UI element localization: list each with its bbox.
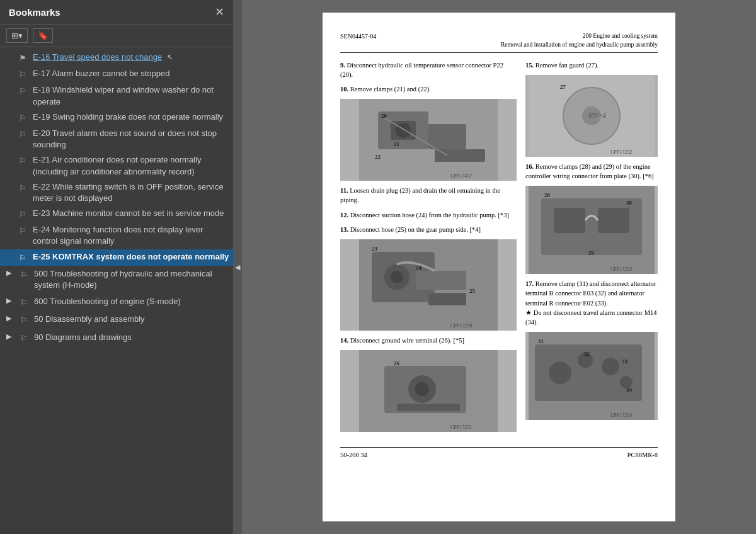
bookmark-text-500: 500 Troubleshooting of hydraulic and mec… — [34, 268, 229, 291]
doc-header-title-line2: Removal and installation of engine and h… — [501, 40, 658, 49]
collapse-panel-handle[interactable]: ◀ — [233, 0, 242, 534]
bookmark-text-e21: E-21 Air conditioner does not operate no… — [33, 154, 229, 177]
doc-header-title-line1: 200 Engine and cooling system — [501, 31, 658, 40]
bookmark-item-e24[interactable]: ⚐ E-24 Monitoring function does not disp… — [0, 222, 233, 249]
bookmark-item-e20[interactable]: ⚐ E-20 Travel alarm does not sound or do… — [0, 126, 233, 152]
expand-arrow-50[interactable]: ▶ — [6, 314, 16, 323]
bookmarks-list: ⚑ E-16 Travel speed does not change ↖ ⚐ … — [0, 47, 233, 534]
bookmarks-panel: Bookmarks ✕ ⊞▾ 🔖 ⚑ E-16 Travel speed doe… — [0, 0, 233, 534]
bookmark-group-600[interactable]: ▶ ⚐ 600 Troubleshooting of engine (S-mod… — [0, 293, 233, 311]
toolbar-list-button[interactable]: ⊞▾ — [6, 28, 28, 43]
close-button[interactable]: ✕ — [215, 6, 224, 18]
bookmark-item-e21[interactable]: ⚐ E-21 Air conditioner does not operate … — [0, 152, 233, 179]
doc-step-12: 12. Disconnect suction hose (24) from th… — [340, 210, 517, 220]
doc-image-4: 27 RN~4 CPP17232 — [525, 75, 658, 157]
bookmark-text-90: 90 Diagrams and drawings — [34, 332, 229, 343]
svg-rect-37 — [598, 208, 629, 233]
svg-rect-36 — [554, 208, 585, 233]
list-icon: ⊞▾ — [11, 31, 23, 40]
svg-point-44 — [549, 361, 571, 384]
step-text-14: Disconnect ground wire terminal (26). [*… — [350, 337, 464, 344]
bookmark-group-500[interactable]: ▶ ⚐ 500 Troubleshooting of hydraulic and… — [0, 266, 233, 293]
image-svg-2: 23 24 25 CPP17230 — [340, 239, 517, 331]
doc-step-13: 13. Disconnect hose (25) on the gear pum… — [340, 225, 517, 234]
bookmark-icon-e20: ⚐ — [19, 129, 29, 140]
svg-text:21: 21 — [394, 141, 400, 147]
bookmark-text-e16: E-16 Travel speed does not change ↖ — [33, 52, 229, 63]
svg-text:CPP17232: CPP17232 — [610, 149, 632, 155]
bookmark-icon-50: ⚐ — [20, 315, 30, 326]
doc-step-15: 15. Remove fan guard (27). — [525, 60, 658, 70]
expand-arrow-600[interactable]: ▶ — [6, 296, 16, 305]
image-svg-4: 27 RN~4 CPP17232 — [525, 75, 658, 157]
step-num-16: 16. — [525, 163, 536, 170]
svg-text:25: 25 — [469, 288, 476, 294]
bookmark-icon-e25: ⚐ — [19, 253, 29, 264]
bookmark-icon-e19: ⚐ — [19, 113, 29, 124]
bookmark-icon: 🔖 — [38, 31, 48, 40]
bookmark-item-e19[interactable]: ⚐ E-19 Swing holding brake does not oper… — [0, 110, 233, 126]
doc-header: SEN04457-04 200 Engine and cooling syste… — [340, 31, 658, 53]
bookmark-group-50[interactable]: ▶ ⚐ 50 Disassembly and assembly — [0, 311, 233, 329]
bookmarks-title: Bookmarks — [9, 7, 60, 18]
svg-rect-15 — [416, 271, 466, 290]
svg-text:CPP17231: CPP17231 — [450, 424, 472, 430]
bookmark-icon-90: ⚐ — [20, 333, 30, 344]
image-svg-6: 31 32 33 34 CPP17234 — [525, 332, 658, 420]
doc-col-left: 9. Disconnect hydraulic oil temperature … — [340, 60, 517, 438]
step-text-17: Remove clamp (31) and disconnect alterna… — [525, 280, 657, 326]
doc-footer-left: 50-200 34 — [340, 450, 367, 460]
svg-rect-5 — [435, 149, 485, 162]
document-page: SEN04457-04 200 Engine and cooling syste… — [323, 13, 675, 521]
svg-text:29: 29 — [588, 250, 595, 256]
bookmark-icon-e21: ⚐ — [19, 156, 29, 167]
svg-text:22: 22 — [375, 154, 381, 160]
step-text-16: Remove clamps (28) and (29) of the engin… — [525, 163, 654, 179]
step-text-15: Remove fan guard (27). — [536, 62, 598, 69]
svg-text:CPP17233: CPP17233 — [610, 266, 632, 272]
bookmark-item-e18[interactable]: ⚐ E-18 Windshield wiper and window washe… — [0, 82, 233, 109]
svg-text:26: 26 — [394, 360, 400, 366]
step-num-9: 9. — [340, 62, 347, 69]
bookmark-item-e23[interactable]: ⚐ E-23 Machine monitor cannot be set in … — [0, 206, 233, 222]
bookmark-item-e16[interactable]: ⚑ E-16 Travel speed does not change ↖ — [0, 50, 233, 66]
svg-text:CPP17230: CPP17230 — [450, 323, 472, 329]
svg-text:20: 20 — [381, 113, 387, 119]
svg-text:24: 24 — [416, 264, 422, 271]
doc-image-2: 23 24 25 CPP17230 — [340, 239, 517, 331]
bookmark-item-e25[interactable]: ⚐ E-25 KOMTRAX system does not operate n… — [0, 249, 233, 266]
image-svg-1: 20 21 22 CPP17437 — [340, 99, 517, 181]
doc-header-right: 200 Engine and cooling system Removal an… — [501, 31, 658, 50]
svg-text:23: 23 — [372, 246, 378, 252]
bookmark-icon-e23: ⚐ — [19, 209, 29, 220]
cursor-indicator: ↖ — [167, 53, 173, 62]
doc-step-16: 16. Remove clamps (28) and (29) of the e… — [525, 162, 658, 181]
doc-step-14: 14. Disconnect ground wire terminal (26)… — [340, 336, 517, 345]
step-text-9: Disconnect hydraulic oil temperature sen… — [340, 62, 503, 78]
bookmarks-toolbar: ⊞▾ 🔖 — [0, 25, 233, 47]
bookmark-link-e16[interactable]: E-16 Travel speed does not change — [33, 52, 162, 62]
image-svg-5: 28 29 30 CPP17233 — [525, 186, 658, 274]
svg-text:RN~4: RN~4 — [588, 111, 606, 120]
svg-text:32: 32 — [584, 351, 590, 357]
bookmark-icon-500: ⚐ — [20, 270, 30, 281]
doc-step-10: 10. Remove clamps (21) and (22). — [340, 84, 517, 94]
expand-arrow-500[interactable]: ▶ — [6, 268, 16, 278]
svg-text:34: 34 — [626, 387, 633, 393]
bookmark-icon-e17: ⚐ — [19, 69, 29, 81]
toolbar-bookmark-button[interactable]: 🔖 — [33, 28, 53, 43]
bookmark-item-e22[interactable]: ⚐ E-22 While starting switch is in OFF p… — [0, 179, 233, 206]
bookmarks-header: Bookmarks ✕ — [0, 0, 233, 25]
doc-col-right: 15. Remove fan guard (27). 27 RN~4 CPP17… — [525, 60, 658, 438]
svg-text:CPP17437: CPP17437 — [450, 173, 472, 179]
bookmark-group-90[interactable]: ▶ ⚐ 90 Diagrams and drawings — [0, 329, 233, 347]
doc-footer-right: PC88MR-8 — [627, 450, 658, 460]
svg-point-24 — [415, 382, 429, 396]
bookmark-text-e17: E-17 Alarm buzzer cannot be stopped — [33, 68, 229, 79]
document-panel[interactable]: SEN04457-04 200 Engine and cooling syste… — [242, 0, 756, 534]
expand-arrow-90[interactable]: ▶ — [6, 332, 16, 341]
bookmark-text-e19: E-19 Swing holding brake does not operat… — [33, 111, 229, 123]
bookmark-item-e17[interactable]: ⚐ E-17 Alarm buzzer cannot be stopped — [0, 66, 233, 82]
step-text-10: Remove clamps (21) and (22). — [350, 86, 431, 93]
doc-image-5: 28 29 30 CPP17233 — [525, 186, 658, 274]
